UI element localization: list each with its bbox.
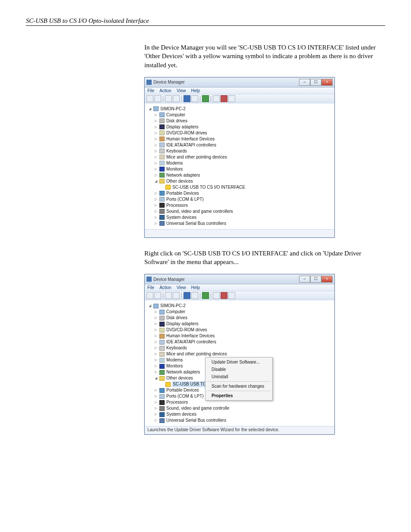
menu-action[interactable]: Action [159,285,171,290]
tree-item[interactable]: ▷IDE ATA/ATAPI controllers [148,142,333,148]
tree-item[interactable]: ▷Processors [148,202,333,208]
tree-item[interactable]: ▷System devices [148,215,333,221]
props-icon[interactable] [191,292,198,299]
enable-icon[interactable] [228,292,235,299]
keyboard-icon [159,346,165,351]
titlebar: Device Manager – ☐ × [145,274,334,284]
tree-item[interactable]: ▷Keyboards [148,148,333,154]
device-manager-window-1: Device Manager – ☐ × File Action View He… [144,77,335,238]
tree-item[interactable]: ▷Mice and other pointing devices [148,351,333,357]
tree-item[interactable]: ▷Network adapters [148,172,333,178]
tree-item[interactable]: ▷Mice and other pointing devices [148,154,333,160]
tree-item[interactable]: ▷Disk drives [148,118,333,124]
computer-icon [159,112,165,117]
maximize-button[interactable]: ☐ [310,79,321,86]
help-icon[interactable] [184,292,190,299]
menu-action[interactable]: Action [159,88,171,93]
forward-icon[interactable] [154,95,161,102]
tree-item[interactable]: ▷Display adapters [148,124,333,130]
tree-item[interactable]: ▷DVD/CD-ROM drives [148,130,333,136]
tree-item[interactable]: ▷Ports (COM & LPT) [148,196,333,202]
menu-help[interactable]: Help [191,285,200,290]
scan-icon[interactable] [202,292,209,299]
cm-separator [207,391,271,391]
sound-icon [159,209,165,214]
menu-view[interactable]: View [177,88,186,93]
cm-properties[interactable]: Properties [206,392,272,399]
view2-icon[interactable] [173,95,180,102]
sound-icon [159,406,165,411]
back-icon[interactable] [146,95,153,102]
window-title: Device Manager [153,80,185,84]
props-icon[interactable] [191,95,198,102]
paragraph-1: In the Device Manager you will see 'SC-U… [144,43,377,69]
cm-update-driver[interactable]: Update Driver Software... [206,358,272,366]
menu-file[interactable]: File [147,285,154,290]
tree-item[interactable]: ▷Human Interface Devices [148,136,333,142]
tree-item[interactable]: ▷System devices [148,411,333,417]
tree-item[interactable]: ▷Human Interface Devices [148,333,333,339]
other-icon [159,376,165,381]
tree-item[interactable]: ▷Sound, video and game controlle [148,405,333,411]
titlebar: Device Manager – ☐ × [145,78,334,87]
toolbar [145,291,334,300]
tree-root[interactable]: ◢SIMON-PC-2 [148,303,333,309]
network-icon [159,173,165,177]
close-button[interactable]: × [321,276,333,283]
display-icon [159,322,165,327]
tree-item[interactable]: ▷Sound, video and game controllers [148,208,333,215]
tree-item[interactable]: ▷IDE ATA/ATAPI controllers [148,339,333,345]
tree-item[interactable]: ▷Keyboards [148,345,333,351]
minimize-button[interactable]: – [299,79,310,86]
forward-icon[interactable] [154,292,161,299]
tree-item[interactable]: ▷DVD/CD-ROM drives [148,327,333,333]
view2-icon[interactable] [173,292,180,299]
ports-icon [159,394,165,399]
back-icon[interactable] [146,292,153,299]
tree-item[interactable]: ▷Computer [148,309,333,315]
menubar: File Action View Help [145,284,334,291]
maximize-button[interactable]: ☐ [310,276,321,283]
menu-file[interactable]: File [147,88,154,93]
uninstall-icon[interactable] [221,292,227,299]
close-button[interactable]: × [321,79,333,86]
minimize-button[interactable]: – [299,276,310,283]
context-menu: Update Driver Software... Disable Uninst… [205,357,273,401]
menu-view[interactable]: View [177,285,186,290]
monitor-icon [159,364,165,369]
tree-item[interactable]: ▷Modems [148,160,333,166]
cm-disable[interactable]: Disable [206,366,272,373]
view1-icon[interactable] [165,292,172,299]
tree-item-scusb[interactable]: SC-USB USB TO CS I/O INTERFACE [148,184,333,190]
tree-item[interactable]: ▷Universal Serial Bus controllers [148,417,333,423]
system-icon [159,412,165,417]
dvd-icon [159,328,165,333]
status-bar [145,229,334,237]
tree-item[interactable]: ▷Portable Devices [148,190,333,196]
hid-icon [159,137,165,141]
tree-item[interactable]: ▷Universal Serial Bus controllers [148,221,333,227]
menu-help[interactable]: Help [191,88,200,93]
cm-uninstall[interactable]: Uninstall [206,373,272,380]
toolbar [145,94,334,103]
scan-icon[interactable] [202,95,209,102]
tree-item[interactable]: ▷Computer [148,112,333,118]
tree-root[interactable]: ◢SIMON-PC-2 [148,106,333,112]
hid-icon [159,334,165,339]
update-icon[interactable] [213,292,220,299]
tree-item[interactable]: ▷Disk drives [148,315,333,321]
computer-icon [159,310,165,314]
monitor-icon [159,167,165,171]
enable-icon[interactable] [228,95,235,102]
tree-item[interactable]: ▷Monitors [148,166,333,172]
uninstall-icon[interactable] [221,95,227,102]
tree-item[interactable]: ▷Display adapters [148,321,333,327]
modem-icon [159,358,165,363]
display-icon [159,124,165,129]
tree-item-other[interactable]: ◢Other devices [148,178,333,184]
view1-icon[interactable] [165,95,172,102]
help-icon[interactable] [184,95,190,102]
computer-icon [153,304,159,308]
update-icon[interactable] [213,95,220,102]
cm-scan[interactable]: Scan for hardware changes [206,383,272,390]
